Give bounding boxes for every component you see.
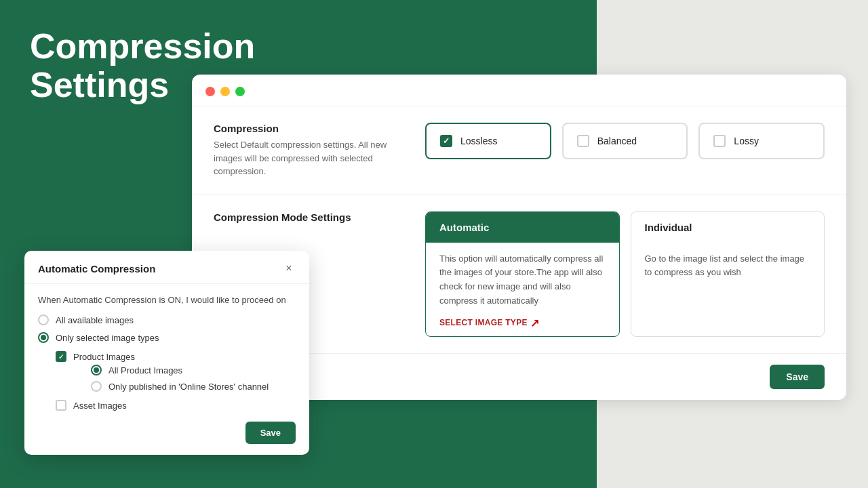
modal-save-button[interactable]: Save <box>245 422 296 444</box>
all-images-radio <box>38 314 49 325</box>
mode-title: Compression Mode Settings <box>214 211 403 223</box>
lossy-label: Lossy <box>734 136 759 146</box>
mode-card-automatic[interactable]: Automatic This option will automatically… <box>425 211 620 337</box>
balanced-checkbox <box>577 135 589 147</box>
all-product-images-option[interactable]: All Product Images <box>91 365 296 375</box>
comp-card-lossy[interactable]: Lossy <box>698 123 825 159</box>
modal-close-button[interactable]: × <box>282 262 296 275</box>
published-only-option[interactable]: Only published in 'Online Stores' channe… <box>91 381 296 392</box>
lossless-label: Lossless <box>460 136 497 146</box>
main-save-button[interactable]: Save <box>770 365 825 389</box>
all-images-option[interactable]: All available images <box>38 314 296 325</box>
automatic-header: Automatic <box>426 212 619 243</box>
asset-images-checkbox <box>56 400 66 411</box>
window-controls <box>192 75 846 106</box>
product-images-sub-section: All Product Images Only published in 'On… <box>56 365 296 392</box>
selected-types-option[interactable]: Only selected image types <box>38 332 296 343</box>
comp-card-lossless[interactable]: Lossless <box>425 123 551 159</box>
compression-options: Lossless Balanced Lossy <box>425 123 825 159</box>
compression-info: Compression Select Default compression s… <box>214 123 403 178</box>
lossy-checkbox <box>713 135 726 147</box>
mode-info: Compression Mode Settings <box>214 211 403 227</box>
modal-description: When Automatic Compression is ON, I woul… <box>38 295 296 305</box>
individual-desc: Go to the image list and select the imag… <box>645 252 811 281</box>
all-product-images-radio <box>91 365 102 375</box>
asset-images-checkbox-item[interactable]: Asset Images <box>56 400 296 411</box>
modal-body: When Automatic Compression is ON, I woul… <box>24 284 309 411</box>
modal-title: Automatic Compression <box>38 263 155 274</box>
published-only-radio <box>91 381 102 392</box>
product-images-checkbox-item[interactable]: Product Images <box>56 351 296 362</box>
compression-section: Compression Select Default compression s… <box>192 106 846 195</box>
cursor-icon: ↗ <box>530 317 539 329</box>
automatic-desc: This option will automatically compress … <box>439 252 606 308</box>
balanced-label: Balanced <box>597 136 637 146</box>
modal-header: Automatic Compression × <box>24 251 309 284</box>
automatic-body: This option will automatically compress … <box>426 243 619 336</box>
individual-body: Go to the image list and select the imag… <box>631 243 825 296</box>
automatic-compression-modal: Automatic Compression × When Automatic C… <box>24 251 309 455</box>
individual-header: Individual <box>631 212 825 243</box>
mode-card-individual[interactable]: Individual Go to the image list and sele… <box>631 211 825 337</box>
lossless-checkbox <box>440 135 452 147</box>
comp-card-balanced[interactable]: Balanced <box>562 123 688 159</box>
select-image-type-link[interactable]: SELECT IMAGE TYPE ↗ <box>439 317 606 329</box>
product-images-group: Product Images All Product Images Only p… <box>38 351 296 392</box>
product-images-checkbox <box>56 351 66 362</box>
minimize-window-icon[interactable] <box>220 87 230 96</box>
maximize-window-icon[interactable] <box>235 87 245 96</box>
mode-options: Automatic This option will automatically… <box>425 211 825 337</box>
close-window-icon[interactable] <box>205 87 215 96</box>
compression-desc: Select Default compression settings. All… <box>214 138 403 178</box>
modal-footer: Save <box>24 411 309 455</box>
compression-title: Compression <box>214 123 403 134</box>
selected-types-radio <box>38 332 49 343</box>
